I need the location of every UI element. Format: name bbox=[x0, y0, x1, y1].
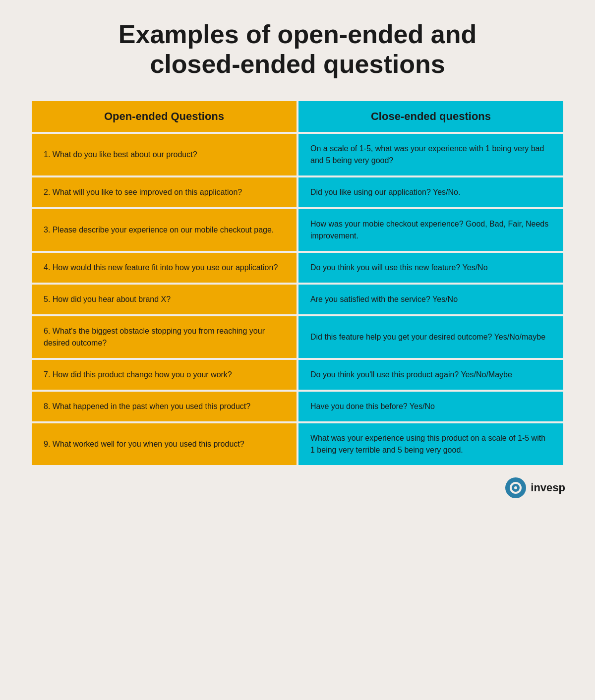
svg-point-2 bbox=[514, 486, 517, 489]
comparison-table: Open-ended Questions Close-ended questio… bbox=[30, 99, 565, 467]
table-row: 6. What's the biggest obstacle stopping … bbox=[32, 316, 563, 358]
close-ended-header: Close-ended questions bbox=[298, 101, 563, 132]
open-ended-header: Open-ended Questions bbox=[32, 101, 297, 132]
open-cell-5: 5. How did you hear about brand X? bbox=[32, 285, 297, 314]
table-row: 7. How did this product change how you o… bbox=[32, 360, 563, 390]
table-row: 8. What happened in the past when you us… bbox=[32, 392, 563, 421]
page-title: Examples of open-ended and closed-ended … bbox=[119, 20, 476, 79]
close-cell-3: How was your mobie checkout experience? … bbox=[298, 209, 563, 251]
open-cell-8: 8. What happened in the past when you us… bbox=[32, 392, 297, 421]
open-cell-2: 2. What will you like to see improved on… bbox=[32, 177, 297, 207]
close-cell-7: Do you think you'll use this product aga… bbox=[298, 360, 563, 390]
close-cell-5: Are you satisfied with the service? Yes/… bbox=[298, 285, 563, 314]
open-cell-4: 4. How would this new feature fit into h… bbox=[32, 253, 297, 283]
table-row: 2. What will you like to see improved on… bbox=[32, 177, 563, 207]
open-cell-7: 7. How did this product change how you o… bbox=[32, 360, 297, 390]
table-row: 4. How would this new feature fit into h… bbox=[32, 253, 563, 283]
close-cell-6: Did this feature help you get your desir… bbox=[298, 316, 563, 358]
open-cell-1: 1. What do you like best about our produ… bbox=[32, 134, 297, 175]
close-cell-8: Have you done this before? Yes/No bbox=[298, 392, 563, 421]
logo-text: invesp bbox=[531, 481, 565, 494]
close-cell-1: On a scale of 1-5, what was your experie… bbox=[298, 134, 563, 175]
invesp-logo-icon bbox=[505, 477, 527, 499]
close-cell-9: What was your experience using this prod… bbox=[298, 423, 563, 465]
table-row: 9. What worked well for you when you use… bbox=[32, 423, 563, 465]
open-cell-3: 3. Please describe your experience on ou… bbox=[32, 209, 297, 251]
table-row: 5. How did you hear about brand X?Are yo… bbox=[32, 285, 563, 314]
close-cell-2: Did you like using our application? Yes/… bbox=[298, 177, 563, 207]
open-cell-6: 6. What's the biggest obstacle stopping … bbox=[32, 316, 297, 358]
table-row: 1. What do you like best about our produ… bbox=[32, 134, 563, 175]
open-cell-9: 9. What worked well for you when you use… bbox=[32, 423, 297, 465]
table-row: 3. Please describe your experience on ou… bbox=[32, 209, 563, 251]
logo-area: invesp bbox=[505, 477, 565, 499]
close-cell-4: Do you think you will use this new featu… bbox=[298, 253, 563, 283]
